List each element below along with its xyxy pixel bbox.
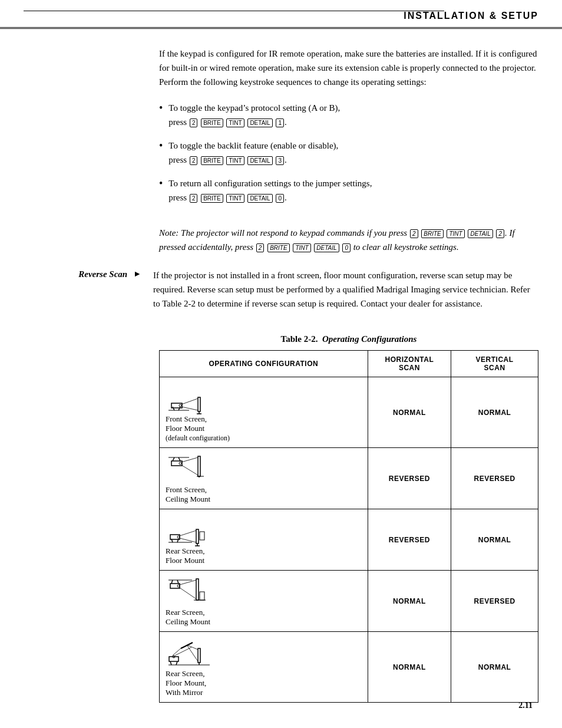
svg-rect-13	[171, 461, 182, 466]
svg-line-5	[181, 398, 198, 404]
diagram-4	[166, 575, 362, 608]
page-content: If the keypad is configured for IR remot…	[0, 29, 562, 726]
note-key-0: 0	[342, 243, 351, 252]
hscan-2: REVERSED	[368, 448, 451, 509]
svg-line-11	[173, 457, 174, 461]
key-detail-3: DETAIL	[247, 194, 272, 203]
col-header-hscan: HORIZONTALSCAN	[368, 351, 451, 377]
hscan-3: REVERSED	[368, 509, 451, 571]
svg-line-42	[170, 661, 171, 665]
svg-rect-38	[196, 579, 199, 600]
key-0-3: 0	[276, 194, 284, 203]
svg-line-15	[181, 457, 198, 462]
key-brite-2: BRITE	[201, 156, 223, 165]
note-key-brite: BRITE	[421, 229, 443, 238]
section-label-text: Reverse Scan	[78, 269, 127, 279]
key-detail-2: DETAIL	[247, 156, 272, 165]
table-row: Front Screen,Ceiling Mount REVERSED REVE…	[160, 448, 538, 509]
diagram-svg-4	[166, 575, 213, 608]
key-2-3: 2	[190, 194, 198, 203]
bullet-item-3: • To return all configuration settings t…	[159, 176, 538, 205]
bullet-item-1: • To toggle the keypad’s protocol settin…	[159, 101, 538, 129]
svg-point-14	[179, 462, 181, 465]
bullet-item-2: • To toggle the backlit feature (enable …	[159, 139, 538, 167]
svg-line-43	[176, 661, 177, 665]
diagram-1	[166, 382, 362, 414]
diagram-svg-3	[166, 514, 213, 546]
key-1-1: 1	[276, 118, 284, 127]
svg-line-32	[171, 580, 173, 584]
svg-rect-51	[198, 648, 200, 663]
table-caption: Table 2-2. Operating Configurations	[159, 334, 538, 344]
note-block: Note: The projector will not respond to …	[159, 226, 538, 254]
key-3-2: 3	[276, 156, 284, 165]
config-text-5: Rear Screen,Floor Mount,With Mirror	[166, 669, 362, 697]
vscan-3: NORMAL	[451, 509, 538, 571]
svg-line-33	[177, 580, 178, 584]
key-tint-2: TINT	[226, 156, 244, 165]
svg-rect-23	[170, 535, 180, 539]
bullet-dot-3: •	[159, 176, 163, 205]
config-text-2: Front Screen,Ceiling Mount	[166, 485, 362, 504]
vscan-1: NORMAL	[451, 377, 538, 448]
table-row: Rear Screen,Floor Mount REVERSED NORMAL	[160, 509, 538, 571]
table-row: Front Screen,Floor Mount(default configu…	[160, 377, 538, 448]
hscan-4: NORMAL	[368, 571, 451, 632]
diagram-5	[166, 637, 362, 669]
bullet-list: • To toggle the keypad’s protocol settin…	[159, 101, 538, 214]
section-arrow: ►	[133, 269, 141, 279]
config-cell-2: Front Screen,Ceiling Mount	[160, 448, 368, 509]
header-title: INSTALLATION & SETUP	[404, 11, 538, 21]
vscan-5: NORMAL	[451, 632, 538, 703]
bullet-dot-1: •	[159, 101, 163, 129]
svg-rect-30	[200, 532, 204, 540]
svg-rect-27	[196, 529, 199, 543]
config-cell-4: Rear Screen,Ceiling Mount	[160, 571, 368, 632]
table-container: Table 2-2. Operating Configurations OPER…	[159, 334, 538, 703]
key-2-1: 2	[190, 118, 198, 127]
svg-line-37	[180, 588, 196, 599]
bullet-dot-2: •	[159, 139, 163, 167]
note-key-tint2: TINT	[293, 243, 310, 252]
config-text-1: Front Screen,Floor Mount(default configu…	[166, 414, 362, 443]
svg-line-6	[181, 407, 198, 410]
diagram-svg-1	[166, 382, 213, 414]
vscan-4: REVERSED	[451, 571, 538, 632]
col-header-vscan: VERTICALSCAN	[451, 351, 538, 377]
bullet-text-1: To toggle the keypad’s protocol setting …	[168, 101, 538, 129]
svg-rect-44	[169, 657, 178, 661]
key-tint-3: TINT	[226, 194, 244, 203]
header-line	[24, 11, 444, 11]
intro-paragraph: If the keypad is configured for IR remot…	[159, 47, 538, 89]
svg-rect-34	[170, 584, 180, 588]
svg-line-16	[181, 465, 198, 475]
svg-line-1	[173, 407, 174, 410]
reverse-scan-section: Reverse Scan ► If the projector is not i…	[24, 268, 538, 311]
diagram-3	[166, 514, 362, 546]
bullet-text-2: To toggle the backlit feature (enable or…	[168, 139, 538, 167]
note-key-detail: DETAIL	[468, 229, 492, 238]
section-content: If the projector is not installed in a f…	[153, 268, 538, 311]
hscan-5: NORMAL	[368, 632, 451, 703]
note-key-2b: 2	[496, 229, 504, 238]
table-header-row: OPERATING CONFIGURATION HORIZONTALSCAN V…	[160, 351, 538, 377]
col-header-config: OPERATING CONFIGURATION	[160, 351, 368, 377]
key-tint-1: TINT	[226, 118, 244, 127]
section-label: Reverse Scan ►	[24, 268, 153, 311]
page-number: 2.11	[518, 701, 533, 710]
diagram-svg-2	[166, 453, 213, 485]
svg-line-25	[180, 531, 196, 536]
diagram-2	[166, 453, 362, 485]
note-key-2c: 2	[256, 243, 265, 252]
config-cell-1: Front Screen,Floor Mount(default configu…	[160, 377, 368, 448]
note-key-2: 2	[410, 229, 418, 238]
note-key-brite2: BRITE	[267, 243, 289, 252]
page-header: INSTALLATION & SETUP	[0, 0, 562, 29]
note-key-tint: TINT	[447, 229, 464, 238]
svg-rect-7	[198, 397, 200, 411]
key-brite-3: BRITE	[201, 194, 223, 203]
diagram-svg-5	[166, 637, 213, 669]
svg-line-36	[180, 580, 196, 585]
key-detail-1: DETAIL	[247, 118, 272, 127]
operating-config-table: OPERATING CONFIGURATION HORIZONTALSCAN V…	[159, 350, 538, 703]
